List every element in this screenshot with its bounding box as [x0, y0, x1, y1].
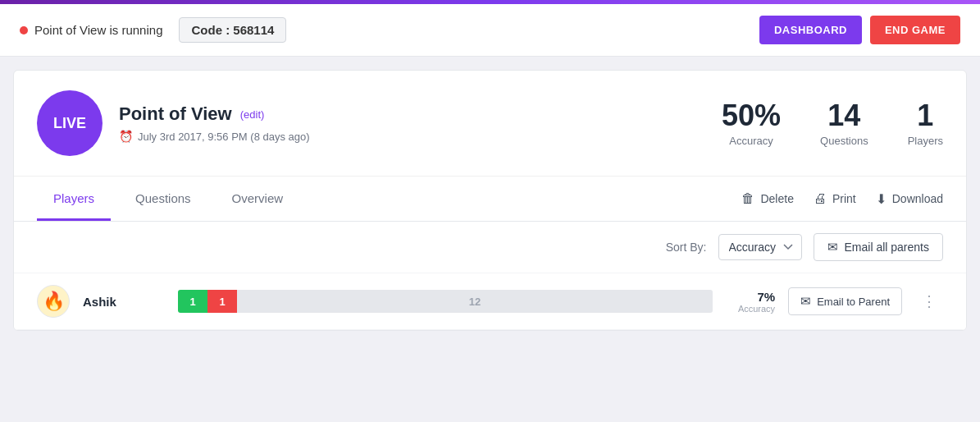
- live-avatar: LIVE: [37, 90, 103, 156]
- answer-bar: 1 1 12: [178, 290, 713, 313]
- game-title-row: Point of View (edit): [119, 103, 722, 125]
- players-stat-value: 1: [917, 99, 933, 132]
- sort-select[interactable]: Accuracy Name Score: [718, 234, 802, 260]
- sort-by-label: Sort By:: [666, 241, 707, 254]
- stat-questions: 14 Questions: [820, 99, 868, 148]
- unanswered-count: 12: [237, 290, 713, 313]
- game-details: Point of View (edit) ⏰ July 3rd 2017, 9:…: [119, 103, 722, 143]
- player-avatar: 🔥: [37, 285, 70, 318]
- tab-questions[interactable]: Questions: [119, 177, 207, 221]
- tab-overview[interactable]: Overview: [216, 177, 300, 221]
- player-accuracy: 7% Accuracy: [726, 290, 775, 314]
- code-badge: Code : 568114: [179, 17, 286, 43]
- print-icon: 🖨: [814, 191, 827, 206]
- header-left: Point of View is running Code : 568114: [20, 17, 286, 43]
- tabs-actions: 🗑 Delete 🖨 Print ⬇ Download: [741, 191, 943, 207]
- wrong-count: 1: [207, 290, 237, 313]
- correct-count: 1: [178, 290, 207, 313]
- game-stats: 50% Accuracy 14 Questions 1 Players: [722, 99, 943, 148]
- tabs-row: Players Questions Overview 🗑 Delete 🖨 Pr…: [14, 177, 966, 222]
- stat-players: 1 Players: [908, 99, 943, 148]
- player-accuracy-value: 7%: [726, 290, 775, 304]
- game-info-section: LIVE Point of View (edit) ⏰ July 3rd 201…: [14, 71, 966, 177]
- more-options-icon[interactable]: ⋮: [915, 289, 943, 314]
- email-all-parents-button[interactable]: ✉ Email all parents: [814, 233, 944, 261]
- envelope-parent-icon: ✉: [800, 294, 811, 309]
- clock-icon: ⏰: [119, 130, 133, 143]
- game-title: Point of View: [119, 103, 232, 125]
- email-to-parent-button[interactable]: ✉ Email to Parent: [788, 287, 902, 315]
- print-button[interactable]: 🖨 Print: [814, 191, 856, 206]
- player-accuracy-label: Accuracy: [726, 304, 775, 314]
- envelope-icon: ✉: [827, 240, 838, 255]
- player-emoji: 🔥: [43, 291, 65, 312]
- header-right: DASHBOARD END GAME: [759, 16, 960, 44]
- download-icon: ⬇: [876, 191, 887, 207]
- dashboard-button[interactable]: DASHBOARD: [759, 16, 862, 44]
- delete-button[interactable]: 🗑 Delete: [741, 191, 793, 206]
- accuracy-value: 50%: [722, 99, 781, 132]
- edit-link[interactable]: (edit): [240, 108, 265, 121]
- tab-players[interactable]: Players: [37, 177, 111, 221]
- end-game-button[interactable]: END GAME: [870, 16, 960, 44]
- player-name: Ashik: [83, 295, 165, 309]
- accuracy-label: Accuracy: [729, 135, 773, 147]
- status-indicator: Point of View is running: [20, 23, 162, 37]
- download-button[interactable]: ⬇ Download: [876, 191, 943, 207]
- sort-row: Sort By: Accuracy Name Score ✉ Email all…: [14, 222, 966, 273]
- running-status: Point of View is running: [34, 23, 162, 37]
- questions-value: 14: [827, 99, 860, 132]
- main-card: LIVE Point of View (edit) ⏰ July 3rd 201…: [13, 70, 967, 331]
- players-stat-label: Players: [908, 135, 943, 147]
- questions-label: Questions: [820, 135, 868, 147]
- player-row: 🔥 Ashik 1 1 12 7% Accuracy ✉ Email to Pa…: [14, 273, 966, 330]
- running-dot: [20, 26, 28, 34]
- stat-accuracy: 50% Accuracy: [722, 99, 781, 148]
- game-date: ⏰ July 3rd 2017, 9:56 PM (8 days ago): [119, 130, 722, 143]
- header-row: Point of View is running Code : 568114 D…: [0, 4, 980, 57]
- trash-icon: 🗑: [741, 191, 754, 206]
